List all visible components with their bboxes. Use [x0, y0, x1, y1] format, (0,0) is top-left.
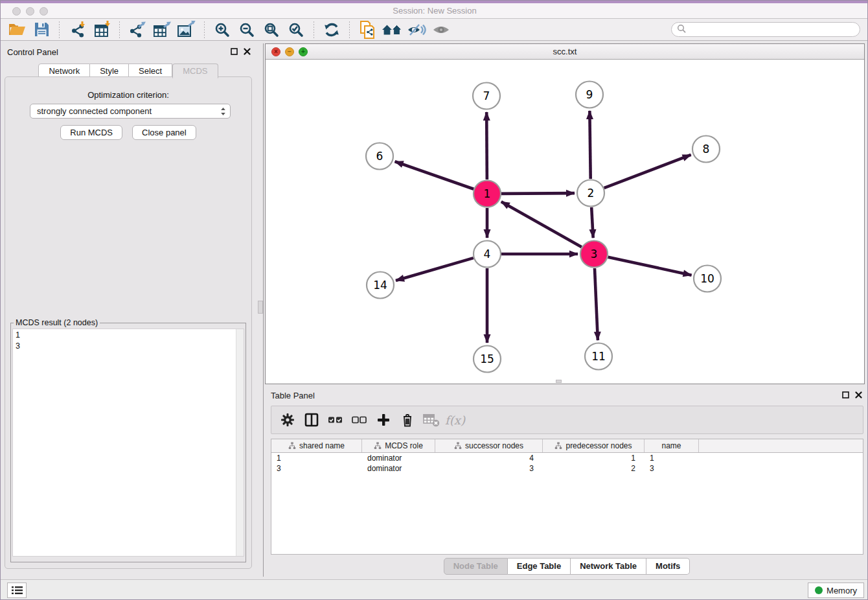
table-cell[interactable]: dominator — [362, 453, 435, 463]
edge-1-6[interactable] — [395, 161, 474, 189]
table-cell[interactable]: 1 — [543, 453, 645, 463]
column-header-MCDS-role[interactable]: MCDS role — [362, 439, 435, 452]
table-row[interactable]: 1dominator411 — [271, 453, 863, 463]
close-table-panel-icon[interactable] — [855, 391, 862, 400]
run-mcds-button[interactable]: Run MCDS — [60, 125, 122, 140]
graph-node-3[interactable]: 3 — [580, 241, 608, 268]
graph-node-7[interactable]: 7 — [473, 83, 500, 110]
zoom-selected-button[interactable] — [284, 21, 308, 39]
node-table[interactable]: shared name MCDS role successor nodes pr… — [271, 439, 863, 555]
tab-motifs[interactable]: Motifs — [646, 558, 690, 575]
table-cell[interactable]: dominator — [362, 463, 435, 474]
table-cell[interactable]: 1 — [271, 453, 362, 463]
edge-3-10[interactable] — [608, 257, 691, 275]
tab-edge-table[interactable]: Edge Table — [508, 558, 571, 575]
edge-3-11[interactable] — [595, 268, 598, 340]
export-table-button[interactable] — [150, 21, 174, 39]
close-panel-icon[interactable] — [244, 47, 251, 57]
tab-node-table[interactable]: Node Table — [444, 558, 508, 575]
edge-3-1[interactable] — [501, 202, 582, 247]
node-label-2: 2 — [588, 187, 595, 200]
graph-node-8[interactable]: 8 — [692, 136, 720, 163]
table-cell[interactable]: 1 — [645, 453, 699, 463]
tab-mcds[interactable]: MCDS — [172, 63, 218, 78]
import-table-button[interactable] — [89, 21, 114, 39]
delete-columns-button[interactable] — [395, 411, 419, 429]
network-window-titlebar[interactable]: scc.txt × − + — [266, 44, 864, 60]
zoom-in-button[interactable] — [210, 21, 234, 39]
table-cell[interactable]: 3 — [271, 463, 362, 474]
memory-button[interactable]: Memory — [808, 583, 864, 598]
search-input[interactable] — [689, 25, 847, 35]
search-field[interactable] — [671, 22, 860, 37]
float-panel-icon[interactable] — [231, 47, 238, 57]
node-label-9: 9 — [586, 88, 593, 101]
table-cell[interactable]: 3 — [645, 463, 699, 474]
column-header-successor-nodes[interactable]: successor nodes — [435, 439, 543, 452]
export-network-button[interactable] — [125, 21, 150, 39]
save-icon — [34, 22, 49, 37]
vertical-splitter[interactable] — [256, 43, 265, 577]
splitter-handle[interactable] — [258, 301, 263, 314]
delete-table-button[interactable] — [419, 411, 443, 429]
show-columns-button[interactable] — [299, 411, 323, 429]
save-session-button[interactable] — [29, 21, 54, 39]
tab-network-table[interactable]: Network Table — [571, 558, 646, 575]
table-cell[interactable]: 3 — [435, 463, 543, 474]
column-label: successor nodes — [465, 441, 523, 450]
mcds-result-area[interactable]: 13 — [12, 329, 244, 557]
show-all-button[interactable] — [429, 21, 453, 39]
network-minimize-button[interactable]: − — [285, 47, 294, 56]
table-settings-button[interactable] — [275, 411, 299, 429]
node-table-body: 1dominator4113dominator323 — [271, 453, 863, 474]
table-cell[interactable]: 2 — [543, 463, 645, 474]
network-close-button[interactable]: × — [271, 47, 280, 56]
unselect-all-columns-button[interactable] — [347, 411, 371, 429]
graph-node-9[interactable]: 9 — [576, 82, 603, 108]
graph-node-6[interactable]: 6 — [366, 143, 393, 170]
float-table-panel-icon[interactable] — [842, 391, 849, 400]
select-all-columns-button[interactable] — [323, 411, 347, 429]
edge-1-2[interactable] — [501, 193, 575, 194]
graph-node-15[interactable]: 15 — [474, 346, 501, 373]
edge-2-9[interactable] — [589, 111, 590, 179]
zoom-out-button[interactable] — [234, 21, 259, 39]
column-header-name[interactable]: name — [645, 439, 699, 452]
column-header-predecessor-nodes[interactable]: predecessor nodes — [543, 439, 645, 452]
apply-layout-button[interactable] — [319, 21, 344, 39]
import-network-button[interactable] — [65, 21, 89, 39]
edge-2-3[interactable] — [591, 207, 593, 238]
function-builder-button[interactable]: f(x) — [443, 411, 467, 429]
table-panel: Table Panel f(x) shared name MCDS role s… — [265, 386, 868, 579]
folder-open-icon — [8, 22, 26, 37]
network-maximize-button[interactable]: + — [299, 47, 308, 56]
graph-node-1[interactable]: 1 — [474, 181, 501, 207]
graph-node-11[interactable]: 11 — [585, 343, 612, 370]
table-row[interactable]: 3dominator323 — [271, 463, 863, 474]
hide-selected-button[interactable] — [404, 21, 429, 39]
graph-node-2[interactable]: 2 — [577, 180, 604, 207]
edge-1-7[interactable] — [486, 112, 487, 179]
table-cell[interactable]: 4 — [435, 453, 543, 463]
graph-node-10[interactable]: 10 — [694, 266, 721, 292]
task-history-button[interactable] — [7, 583, 27, 598]
graph-node-14[interactable]: 14 — [367, 272, 394, 299]
criterion-select[interactable]: strongly connected component — [30, 104, 231, 119]
export-image-button[interactable] — [174, 21, 199, 39]
column-header-shared-name[interactable]: shared name — [271, 439, 362, 452]
network-graph-canvas[interactable]: 7968124314101511 — [266, 60, 864, 384]
close-panel-button[interactable]: Close panel — [132, 125, 196, 140]
graph-node-4[interactable]: 4 — [474, 241, 501, 268]
create-column-button[interactable] — [371, 411, 395, 429]
first-neighbors-button[interactable] — [380, 21, 404, 39]
open-session-button[interactable] — [5, 21, 29, 39]
zoom-fit-button[interactable] — [259, 21, 284, 39]
column-type-icon — [288, 442, 296, 450]
edge-2-8[interactable] — [604, 155, 691, 188]
result-scrollbar[interactable] — [236, 329, 244, 556]
network-bottom-handle[interactable] — [556, 380, 562, 383]
node-label-1: 1 — [484, 187, 491, 200]
edge-4-14[interactable] — [396, 258, 474, 281]
gear-icon — [280, 413, 295, 427]
clone-network-button[interactable] — [355, 21, 380, 39]
